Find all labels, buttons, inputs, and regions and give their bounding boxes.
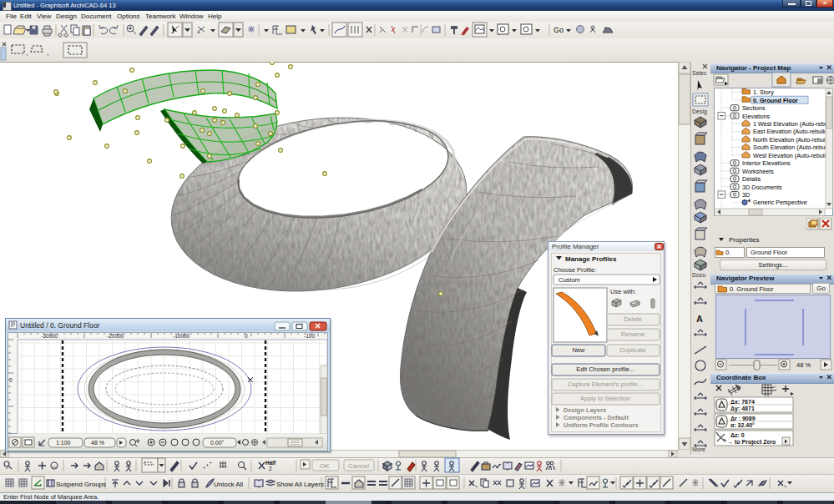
svg-text:A: A xyxy=(696,314,703,324)
svg-text:Selec: Selec xyxy=(692,70,707,76)
svg-text:0: 0 xyxy=(245,333,248,339)
svg-text:→ to Project Zero: → to Project Zero xyxy=(727,439,776,446)
svg-text:Show All Layers: Show All Layers xyxy=(276,481,324,488)
svg-text:Sections: Sections xyxy=(742,104,766,112)
svg-text:48 %: 48 % xyxy=(796,361,811,369)
svg-text:Rename: Rename xyxy=(621,330,644,338)
svg-text:Δr : 9089: Δr : 9089 xyxy=(730,416,756,421)
svg-text:Delete: Delete xyxy=(624,315,642,323)
svg-text:0. Ground Floor: 0. Ground Floor xyxy=(753,97,798,104)
svg-text:3D Documents: 3D Documents xyxy=(742,184,782,191)
svg-text:-10000: -10000 xyxy=(173,333,190,339)
svg-text:Worksheets: Worksheets xyxy=(742,168,774,175)
svg-text:,: , xyxy=(47,48,49,57)
svg-text:Custom: Custom xyxy=(559,276,580,284)
svg-text:Details: Details xyxy=(742,175,761,183)
svg-text:Docu: Docu xyxy=(692,272,705,278)
svg-text:West Elevation (Auto-rebuild M: West Elevation (Auto-rebuild M xyxy=(753,152,833,159)
svg-text:Components - Default: Components - Default xyxy=(564,414,629,421)
svg-text:48 %: 48 % xyxy=(91,440,104,446)
svg-text:Cancel: Cancel xyxy=(348,462,369,470)
svg-text:Capture Element's profile...: Capture Element's profile... xyxy=(568,381,643,388)
svg-text:1. Story: 1. Story xyxy=(753,88,774,96)
svg-text:Δy: 4871: Δy: 4871 xyxy=(730,406,755,412)
svg-text:α: 32.40°: α: 32.40° xyxy=(730,422,755,428)
svg-text:Properties: Properties xyxy=(729,236,759,244)
svg-text:0.: 0. xyxy=(725,249,730,256)
svg-text:0: 0 xyxy=(9,377,13,383)
svg-text:Choose Profile:: Choose Profile: xyxy=(553,266,596,274)
svg-text:Apply to Selection: Apply to Selection xyxy=(580,395,630,402)
svg-text:3D: 3D xyxy=(742,191,750,199)
svg-text:-20000: -20000 xyxy=(107,333,124,339)
svg-text:South Elevation (Auto-rebuild: South Elevation (Auto-rebuild N xyxy=(753,144,833,151)
svg-text:Generic Perspective: Generic Perspective xyxy=(753,199,807,206)
svg-text:1:100: 1:100 xyxy=(56,440,71,446)
svg-text:Untitled / 0. Ground Floor: Untitled / 0. Ground Floor xyxy=(20,321,100,330)
svg-text:New: New xyxy=(572,346,585,354)
svg-text:0.00°: 0.00° xyxy=(210,440,225,446)
svg-text:Half: Half xyxy=(265,460,276,466)
svg-text:0. Ground Floor: 0. Ground Floor xyxy=(730,285,774,293)
svg-text:Edit Chosen profile...: Edit Chosen profile... xyxy=(576,365,634,373)
svg-text:-100: -100 xyxy=(304,333,315,339)
svg-text:Manage Profiles: Manage Profiles xyxy=(565,255,617,263)
svg-text:Desig: Desig xyxy=(692,108,707,115)
svg-text:2: 2 xyxy=(269,466,272,471)
svg-text:1 West Elevation (Auto-rebuild: 1 West Elevation (Auto-rebuild xyxy=(753,120,833,128)
svg-text:OK: OK xyxy=(320,462,330,470)
svg-text:Go: Go xyxy=(553,26,564,34)
svg-text:Uniform Profile Contours: Uniform Profile Contours xyxy=(564,421,639,429)
svg-text:-30000: -30000 xyxy=(41,333,58,339)
svg-text:,: , xyxy=(26,48,28,57)
svg-text:Design Layers: Design Layers xyxy=(564,406,606,414)
svg-text:Elevations: Elevations xyxy=(742,113,771,120)
svg-text:Interior Elevations: Interior Elevations xyxy=(742,159,791,167)
svg-text:Duplicate: Duplicate xyxy=(619,346,645,354)
svg-text:Suspend Groups: Suspend Groups xyxy=(56,481,106,488)
svg-text:Δz: 0: Δz: 0 xyxy=(730,432,745,438)
svg-text:East Elevation (Auto-rebuild M: East Elevation (Auto-rebuild M xyxy=(753,128,833,135)
svg-text:North Elevation (Auto-rebuild: North Elevation (Auto-rebuild N xyxy=(753,136,833,144)
svg-text:Δx: 7674: Δx: 7674 xyxy=(730,399,755,405)
svg-text:Unlock All: Unlock All xyxy=(214,481,243,488)
svg-text:Use with:: Use with: xyxy=(610,288,636,295)
svg-text:More: More xyxy=(692,446,705,452)
